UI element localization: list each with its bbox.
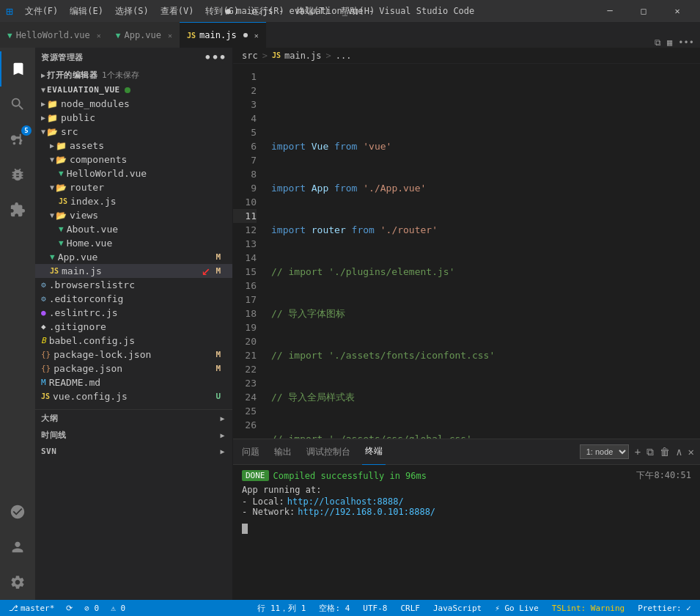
line-col-item[interactable]: 行 11，列 1 [254, 600, 309, 616]
warnings-item[interactable]: ⚠ 0 [108, 600, 128, 616]
chevron-down-icon: ▼ [41, 86, 45, 94]
layout-icon[interactable]: ▦ [667, 37, 672, 48]
tab-close-icon[interactable]: ✕ [97, 32, 101, 40]
explorer-icon[interactable] [0, 51, 35, 87]
split-terminal-icon[interactable]: ⧉ [646, 446, 654, 458]
status-left: ⎇ master* ⟳ ⊘ 0 ⚠ 0 [6, 600, 128, 616]
language-text: JavaScript [433, 604, 482, 613]
terminal-tab-debug-console[interactable]: 调试控制台 [303, 439, 353, 465]
sidebar-item-views[interactable]: ▼ 📂 views [35, 208, 232, 222]
code-line-9: // import './assets/css/global.css' [270, 432, 700, 439]
outline-header[interactable]: 大纲 ▶ [35, 410, 232, 427]
maximize-button[interactable]: □ [627, 0, 660, 22]
split-editor-icon[interactable]: ⧉ [655, 37, 661, 48]
more-actions-icon[interactable]: ••• [678, 37, 694, 48]
sidebar-item-components[interactable]: ▼ 📂 components [35, 153, 232, 166]
ellipsis-icon[interactable]: ••• [205, 51, 226, 65]
terminal-tab-problems[interactable]: 问题 [239, 439, 262, 465]
delete-terminal-icon[interactable]: 🗑 [660, 446, 670, 458]
debug-icon[interactable] [0, 157, 35, 192]
close-button[interactable]: ✕ [660, 0, 694, 22]
tab-close-icon[interactable]: ✕ [168, 32, 172, 40]
code-area[interactable]: 1 2 3 4 5 6 7 8 9 10 11 12 13 14 15 16 1 [233, 64, 700, 439]
terminal-cursor [242, 524, 248, 534]
tab-helloworldvue[interactable]: ▼ HelloWorld.vue ✕ [0, 22, 108, 48]
sidebar-item-packagejson[interactable]: {} package.json M [35, 362, 232, 375]
settings-icon[interactable] [0, 565, 35, 600]
timestamp: 下午8:40:51 [636, 469, 691, 482]
local-url-link[interactable]: http://localhost:8888/ [287, 496, 404, 507]
menu-select[interactable]: 选择(S) [109, 0, 155, 22]
sidebar-item-public[interactable]: ▶ 📁 public [35, 111, 232, 125]
window-title: ● main.js - evaluation_vue - Visual Stud… [226, 6, 475, 16]
sidebar-bottom-sections: 大纲 ▶ 时间线 ▶ SVN ▶ [35, 409, 232, 459]
folder-icon: 📁 [47, 99, 58, 109]
sidebar-item-babelconfig[interactable]: B babel.config.js [35, 334, 232, 348]
terminal-tab-bar: 问题 输出 调试控制台 终端 1: node + ⧉ 🗑 ∧ ✕ [233, 439, 700, 465]
sidebar-item-vueconfig[interactable]: JS vue.config.js U [35, 389, 232, 403]
branch-name: master* [21, 604, 54, 613]
sidebar-item-gitignore[interactable]: ◆ .gitignore [35, 320, 232, 334]
sync-icon: ⟳ [66, 604, 73, 613]
line-col-text: 行 11，列 1 [257, 603, 306, 614]
code-content[interactable]: import Vue from 'vue' import App from '.… [262, 64, 700, 439]
project-header[interactable]: ▼ EVALUATION_VUE [35, 83, 232, 97]
sidebar-item-readme[interactable]: M README.md [35, 375, 232, 389]
tslint-item[interactable]: TSLint: Warning [549, 600, 627, 616]
vue-icon: ▼ [116, 31, 121, 40]
sync-item[interactable]: ⟳ [63, 600, 75, 616]
account-icon[interactable] [0, 529, 35, 565]
errors-item[interactable]: ⊘ 0 [81, 600, 102, 616]
sidebar: 资源管理器 ••• ▶ 打开的编辑器 1个未保存 ▼ EVALUATION_VU… [35, 48, 233, 600]
sidebar-item-browserslistrc[interactable]: ⚙ .browserslistrc [35, 278, 232, 292]
sidebar-item-eslintrc[interactable]: ● .eslintrc.js [35, 306, 232, 320]
search-icon[interactable] [0, 87, 35, 122]
titlebar: ⊞ 文件(F) 编辑(E) 选择(S) 查看(V) 转到(G) 运行(R) 终端… [0, 0, 700, 22]
tab-label: App.vue [124, 30, 161, 40]
menu-view[interactable]: 查看(V) [155, 0, 200, 22]
json-file-icon: {} [41, 350, 51, 359]
maximize-panel-icon[interactable]: ∧ [676, 446, 682, 458]
encoding-item[interactable]: UTF-8 [360, 600, 390, 616]
sidebar-item-router[interactable]: ▼ 📂 router [35, 180, 232, 194]
sidebar-item-aboutvue[interactable]: ▼ About.vue [35, 222, 232, 236]
remote-explorer-icon[interactable] [0, 494, 35, 529]
language-item[interactable]: JavaScript [430, 600, 485, 616]
tab-mainjs[interactable]: JS main.js ✕ [180, 22, 266, 48]
sidebar-item-indexjs[interactable]: JS index.js [35, 194, 232, 208]
prettier-item[interactable]: Prettier: ✓ [635, 600, 694, 616]
network-url-link[interactable]: http://192.168.0.101:8888/ [298, 507, 435, 517]
terminal-select[interactable]: 1: node [580, 444, 629, 459]
sidebar-item-editorconfig[interactable]: ⚙ .editorconfig [35, 292, 232, 306]
timeline-header[interactable]: 时间线 ▶ [35, 427, 232, 444]
terminal-tab-terminal[interactable]: 终端 [362, 439, 386, 465]
sidebar-item-mainjs[interactable]: JS main.js ↙ M [35, 264, 232, 278]
add-terminal-icon[interactable]: + [635, 446, 641, 458]
line-ending-item[interactable]: CRLF [397, 600, 423, 616]
terminal-tab-output[interactable]: 输出 [271, 439, 295, 465]
spaces-item[interactable]: 空格: 4 [316, 600, 353, 616]
js-file-icon: JS [59, 197, 67, 205]
svn-header[interactable]: SVN ▶ [35, 444, 232, 459]
tab-appvue[interactable]: ▼ App.vue ✕ [108, 22, 180, 48]
menu-file[interactable]: 文件(F) [19, 0, 65, 22]
extensions-icon[interactable] [0, 192, 35, 227]
sidebar-item-assets[interactable]: ▶ 📁 assets [35, 139, 232, 153]
menu-edit[interactable]: 编辑(E) [64, 0, 109, 22]
terminal-body[interactable]: DONE Compiled successfully in 96ms 下午8:4… [233, 465, 700, 600]
sidebar-item-src[interactable]: ▼ 📂 src [35, 125, 232, 139]
open-editors-header[interactable]: ▶ 打开的编辑器 1个未保存 [35, 67, 232, 83]
tab-close-icon[interactable]: ✕ [254, 32, 259, 40]
sidebar-item-package-lock[interactable]: {} package-lock.json M [35, 348, 232, 362]
sidebar-item-helloworldvue[interactable]: ▼ HelloWorld.vue [35, 166, 232, 180]
minimize-button[interactable]: ─ [593, 0, 627, 22]
golive-item[interactable]: ⚡ Go Live [492, 600, 542, 616]
sidebar-item-node-modules[interactable]: ▶ 📁 node_modules [35, 97, 232, 111]
source-control-icon[interactable]: 5 [0, 122, 35, 157]
tab-actions: ⧉ ▦ ••• [649, 37, 700, 48]
sidebar-item-homevue[interactable]: ▼ Home.vue [35, 236, 232, 250]
close-panel-icon[interactable]: ✕ [688, 446, 694, 458]
git-branch-item[interactable]: ⎇ master* [6, 600, 57, 616]
explorer-section-header[interactable]: 资源管理器 ••• [35, 48, 232, 67]
sidebar-item-appvue[interactable]: ▼ App.vue M [35, 250, 232, 264]
